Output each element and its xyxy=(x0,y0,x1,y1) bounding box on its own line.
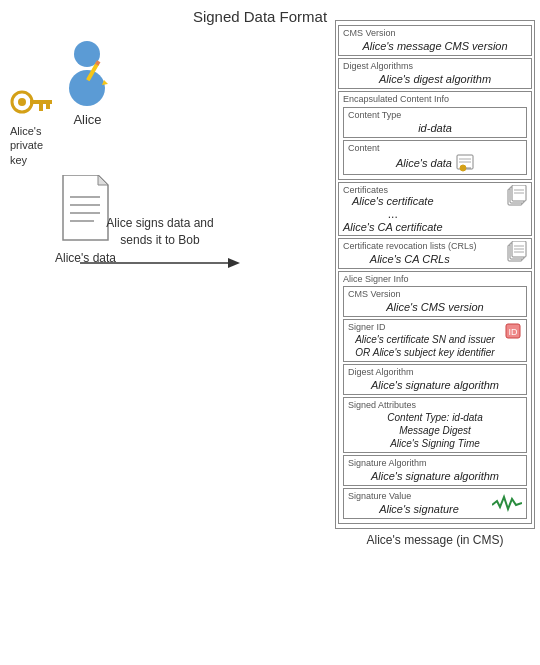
signature-value-value: Alice's signature xyxy=(348,502,490,516)
signature-algorithm-label: Signature Algorithm xyxy=(348,458,522,469)
cms-version-label: CMS Version xyxy=(343,28,527,39)
left-panel: Alice Alice'sprivatekey Alice's data xyxy=(0,30,220,610)
signed-attributes-label: Signed Attributes xyxy=(348,400,522,411)
digest-algorithms-label: Digest Algorithms xyxy=(343,61,527,72)
key-icon xyxy=(10,85,55,120)
certificates-icon xyxy=(507,185,527,207)
cms-container: CMS Version Alice's message CMS version … xyxy=(335,20,535,529)
cert-ca-value: Alice's CA certificate xyxy=(343,221,443,233)
key-area: Alice'sprivatekey xyxy=(10,85,55,167)
content-cert-icon xyxy=(456,154,474,172)
svg-marker-11 xyxy=(98,175,108,185)
svg-rect-7 xyxy=(46,104,50,109)
signature-value-label: Signature Value xyxy=(348,491,490,502)
arrow-area: Alice signs data andsends it to Bob xyxy=(50,215,270,277)
digest-algorithm-label: Digest Algorithm xyxy=(348,367,522,378)
signature-algorithm-box: Signature Algorithm Alice's signature al… xyxy=(343,455,527,486)
arrow-icon xyxy=(80,253,240,273)
svg-marker-17 xyxy=(228,258,240,268)
svg-point-21 xyxy=(460,165,466,171)
signer-cms-version-value: Alice's CMS version xyxy=(348,300,522,314)
private-key-label: Alice'sprivatekey xyxy=(10,124,55,167)
signed-attributes-value: Content Type: id-dataMessage DigestAlice… xyxy=(348,411,522,450)
crl-section: Certificate revocation lists (CRLs) Alic… xyxy=(338,238,532,269)
alice-label: Alice xyxy=(60,112,115,127)
signer-info-section: Alice Signer Info CMS Version Alice's CM… xyxy=(338,271,532,524)
svg-point-9 xyxy=(18,98,26,106)
cms-version-value: Alice's message CMS version xyxy=(343,39,527,53)
signer-id-label: Signer ID xyxy=(348,322,502,333)
crl-value: Alice's CA CRLs xyxy=(343,252,477,266)
svg-rect-6 xyxy=(30,100,52,104)
encapsulated-content-section: Encapsulated Content Info Content Type i… xyxy=(338,91,532,180)
digest-algorithms-section: Digest Algorithms Alice's digest algorit… xyxy=(338,58,532,89)
signer-cms-version-box: CMS Version Alice's CMS version xyxy=(343,286,527,317)
alice-person-icon xyxy=(60,40,115,110)
content-value: Alice's data xyxy=(396,156,452,170)
digest-algorithms-value: Alice's digest algorithm xyxy=(343,72,527,86)
content-type-value: id-data xyxy=(348,121,522,135)
certificates-label: Certificates xyxy=(343,185,443,195)
signature-value-box: Signature Value Alice's signature xyxy=(343,488,527,519)
signer-id-box: Signer ID Alice's certificate SN and iss… xyxy=(343,319,527,362)
page-title: Signed Data Format xyxy=(160,8,360,25)
signer-info-label: Alice Signer Info xyxy=(343,274,527,284)
arrow-text: Alice signs data andsends it to Bob xyxy=(50,215,270,249)
cert-dots: ... xyxy=(343,207,443,221)
cms-panel: CMS Version Alice's message CMS version … xyxy=(335,20,535,547)
alice-figure: Alice xyxy=(60,40,115,127)
signer-id-icon: ID xyxy=(504,322,522,340)
svg-point-1 xyxy=(69,70,105,106)
content-type-box: Content Type id-data xyxy=(343,107,527,138)
digest-algorithm-box: Digest Algorithm Alice's signature algor… xyxy=(343,364,527,395)
svg-text:ID: ID xyxy=(509,327,519,337)
digest-algorithm-value: Alice's signature algorithm xyxy=(348,378,522,392)
cert-alice-value: Alice's certificate xyxy=(343,195,443,207)
content-box: Content Alice's data xyxy=(343,140,527,175)
crl-label: Certificate revocation lists (CRLs) xyxy=(343,241,477,252)
svg-rect-8 xyxy=(39,104,43,111)
signature-wave-icon xyxy=(492,493,522,513)
cms-bottom-label: Alice's message (in CMS) xyxy=(335,533,535,547)
content-label: Content xyxy=(348,143,522,154)
signer-cms-version-label: CMS Version xyxy=(348,289,522,300)
encapsulated-content-label: Encapsulated Content Info xyxy=(343,94,527,105)
certificates-section: Certificates Alice's certificate ... Ali… xyxy=(338,182,532,236)
signed-attributes-box: Signed Attributes Content Type: id-dataM… xyxy=(343,397,527,453)
cms-version-section: CMS Version Alice's message CMS version xyxy=(338,25,532,56)
crl-icon xyxy=(507,241,527,263)
signature-algorithm-value: Alice's signature algorithm xyxy=(348,469,522,483)
content-type-label: Content Type xyxy=(348,110,522,121)
signer-id-value: Alice's certificate SN and issuerOR Alic… xyxy=(348,333,502,359)
